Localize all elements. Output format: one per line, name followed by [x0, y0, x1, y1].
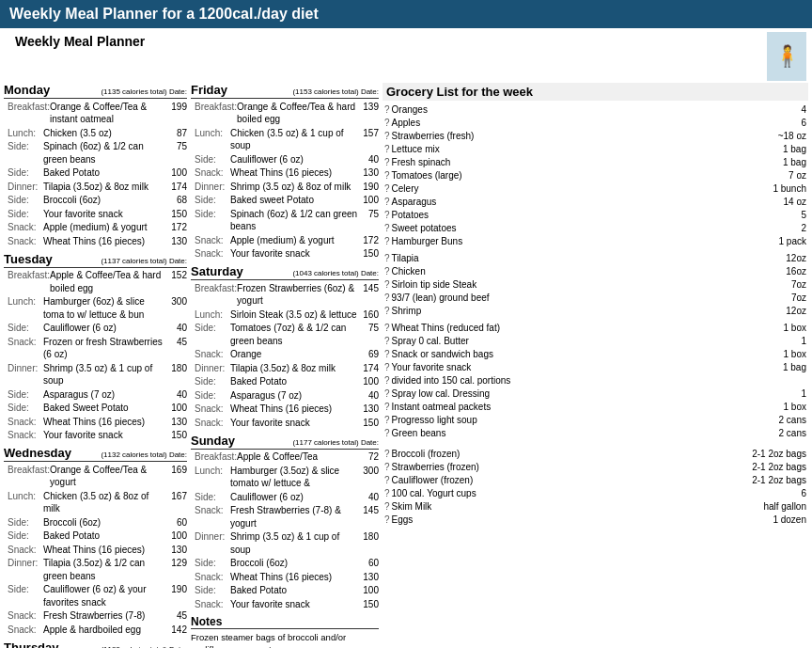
grocery-q: ? — [384, 374, 390, 387]
grocery-q: ? — [384, 222, 390, 234]
meal-label: Side: — [195, 557, 230, 570]
meal-cal: 87 — [168, 127, 187, 140]
meal-name: Apple (medium) & yogurt — [43, 221, 168, 234]
meal-label: Dinner: — [8, 181, 43, 194]
meal-cal: 150 — [168, 429, 187, 442]
meal-row: Side:Baked sweet Potato100 — [191, 194, 379, 208]
meal-cal: 300 — [360, 465, 379, 490]
meal-label: Dinner: — [195, 362, 230, 375]
meal-label: Snack: — [8, 235, 43, 248]
grocery-name: Eggs — [392, 514, 769, 526]
meal-name: Shrimp (3.5 oz) & 1 cup of soup — [43, 362, 168, 387]
meal-cal: 100 — [168, 402, 187, 415]
meal-cal: 145 — [360, 282, 379, 308]
thursday-title: Thursday — [4, 640, 59, 649]
grocery-amt: 6 — [769, 487, 806, 499]
meal-name: Your favorite snack — [230, 417, 360, 430]
meal-cal: 100 — [168, 529, 187, 543]
grocery-row: ?Sweet potatoes2 — [383, 221, 808, 234]
grocery-amt: 2-1 2oz bags — [752, 461, 806, 473]
meal-name: Frozen Strawberries (6oz) & yogurt — [237, 282, 360, 308]
meal-row: Side:Asparagus (7 oz)40 — [191, 388, 379, 403]
meal-cal: 75 — [360, 208, 379, 233]
meal-cal: 190 — [360, 181, 379, 194]
meal-row: Breakfast:Orange & Coffee/Tea & instant … — [4, 100, 187, 126]
grocery-row: ?Skim Milkhalf gallon — [383, 499, 808, 513]
grocery-section: Grocery List for the week ?Oranges4?Appl… — [383, 83, 808, 526]
grocery-row: ?Cauliflower (frozen)2-1 2oz bags — [383, 473, 808, 486]
meal-cal: 180 — [168, 362, 187, 387]
grocery-name: Tilapia — [392, 252, 769, 264]
meal-row: Side:Baked Potato100 — [191, 584, 379, 598]
meal-label: Side: — [8, 583, 43, 608]
grocery-row: ?Celery1 bunch — [383, 182, 808, 195]
grocery-name: Progresso light soup — [392, 414, 769, 426]
meal-row: Side:Spinach (6oz) & 1/2 can green beans… — [4, 140, 187, 166]
grocery-q: ? — [384, 196, 390, 208]
meal-label: Side: — [195, 194, 230, 207]
grocery-q: ? — [384, 209, 390, 221]
meal-cal: 150 — [360, 417, 379, 430]
meal-label: Snack: — [8, 221, 43, 234]
meal-label: Lunch: — [195, 308, 230, 322]
monday-title: Monday — [4, 83, 50, 97]
meal-cal: 130 — [360, 403, 379, 416]
meal-name: Baked Potato — [230, 375, 360, 388]
meal-label: Snack: — [195, 571, 230, 584]
meal-label: Breakfast: — [8, 101, 50, 126]
meal-row: Snack:Your favorite snack150 — [191, 247, 379, 261]
tuesday-date: Date: — [169, 257, 187, 265]
meal-cal: 68 — [168, 194, 187, 207]
meal-label: Lunch: — [8, 295, 43, 321]
grocery-q: ? — [384, 414, 390, 426]
meal-row: Dinner:Shrimp (3.5 oz) & 8oz of milk190 — [191, 180, 379, 194]
meal-cal: 75 — [360, 322, 379, 347]
saturday-section: Saturday (1043 calories total) Date: Bre… — [191, 264, 379, 430]
meal-cal: 100 — [168, 166, 187, 180]
meal-row: Dinner:Tilapia (3.5oz) & 8oz milk174 — [4, 180, 187, 194]
grocery-name: Spray low cal. Dressing — [392, 387, 769, 400]
grocery-name: Shrimp — [392, 305, 769, 317]
grocery-name: Wheat Thins (reduced fat) — [392, 322, 769, 334]
meal-row: Snack:Wheat Thins (16 pieces)130 — [191, 570, 379, 584]
meal-cal: 172 — [168, 221, 187, 234]
meal-row: Side:Cauliflower (6 oz) & your favorites… — [4, 583, 187, 609]
grocery-amt: 2-1 2oz bags — [752, 448, 806, 460]
grocery-row: ?Green beans2 cans — [383, 426, 808, 439]
meal-label: Snack: — [195, 403, 230, 416]
grocery-amt: 4 — [769, 103, 806, 116]
meal-cal: 160 — [360, 308, 379, 322]
meal-cal: 190 — [168, 583, 187, 608]
meal-name: Spinach (6oz) & 1/2 can green beans — [230, 208, 360, 233]
meal-name: Baked Potato — [230, 584, 360, 597]
meal-row: Breakfast:Orange & Coffee/Tea & hard boi… — [191, 100, 379, 126]
meal-label: Side: — [195, 389, 230, 403]
note-line: Frozen steamer bags of broccoli and/or c… — [191, 631, 379, 649]
meal-label: Dinner: — [195, 181, 230, 194]
meal-row: Snack:Apple (medium) & yogurt172 — [4, 221, 187, 235]
grocery-name: Cauliflower (frozen) — [392, 474, 753, 486]
meal-cal: 152 — [168, 269, 187, 294]
meal-label: Side: — [8, 166, 43, 180]
meal-cal: 100 — [360, 375, 379, 388]
meal-label: Side: — [8, 388, 43, 402]
meal-name: Fresh Strawberries (7-8) — [43, 609, 168, 623]
meal-label: Snack: — [8, 336, 43, 361]
meal-name: Wheat Thins (16 pieces) — [43, 235, 168, 248]
grocery-name: Hamburger Buns — [392, 235, 769, 247]
grocery-amt: 1 — [769, 387, 806, 400]
meal-label: Snack: — [195, 348, 230, 361]
grocery-amt: 14 oz — [769, 196, 806, 208]
wednesday-section: Wednesday (1132 calories total) Date: Br… — [4, 446, 187, 637]
meal-row: Snack:Wheat Thins (16 pieces)130 — [4, 543, 187, 557]
grocery-row: ?Tomatoes (large)7 oz — [383, 168, 808, 182]
grocery-name: 100 cal. Yogurt cups — [392, 487, 769, 499]
grocery-q: ? — [384, 156, 390, 168]
meal-label: Lunch: — [195, 127, 230, 152]
grocery-name: Chicken — [392, 265, 769, 277]
saturday-title: Saturday — [191, 264, 243, 278]
meal-label: Dinner: — [8, 557, 43, 582]
grocery-q: ? — [384, 143, 390, 155]
tuesday-title: Tuesday — [4, 252, 53, 266]
grocery-q: ? — [384, 348, 390, 360]
